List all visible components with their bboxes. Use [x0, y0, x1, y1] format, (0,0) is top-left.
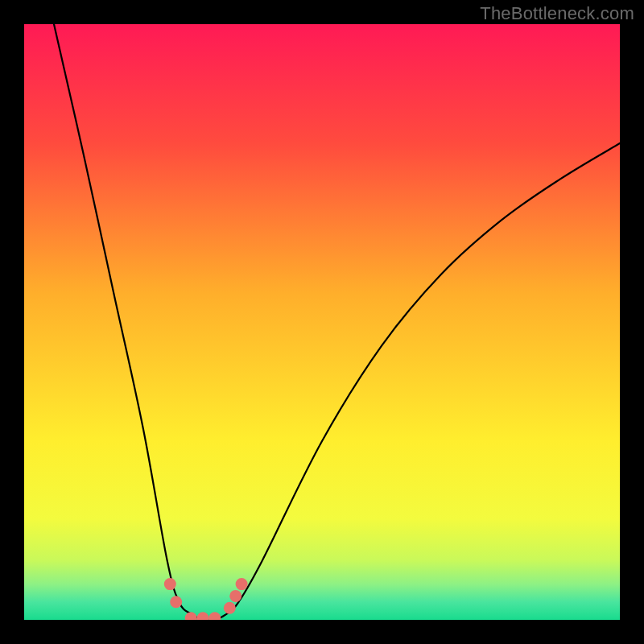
plot-area [24, 24, 620, 620]
data-marker [185, 612, 197, 620]
data-marker [229, 590, 242, 602]
data-marker [197, 612, 209, 620]
data-marker [236, 578, 248, 590]
data-marker [208, 612, 221, 620]
curve-layer [24, 24, 620, 620]
watermark: TheBottleneck.com [480, 3, 634, 24]
bottleneck-curve [54, 24, 620, 620]
chart-frame: TheBottleneck.com [0, 0, 644, 644]
curve-markers [164, 578, 248, 620]
data-marker [164, 578, 176, 590]
data-marker [224, 602, 236, 614]
data-marker [170, 596, 182, 608]
